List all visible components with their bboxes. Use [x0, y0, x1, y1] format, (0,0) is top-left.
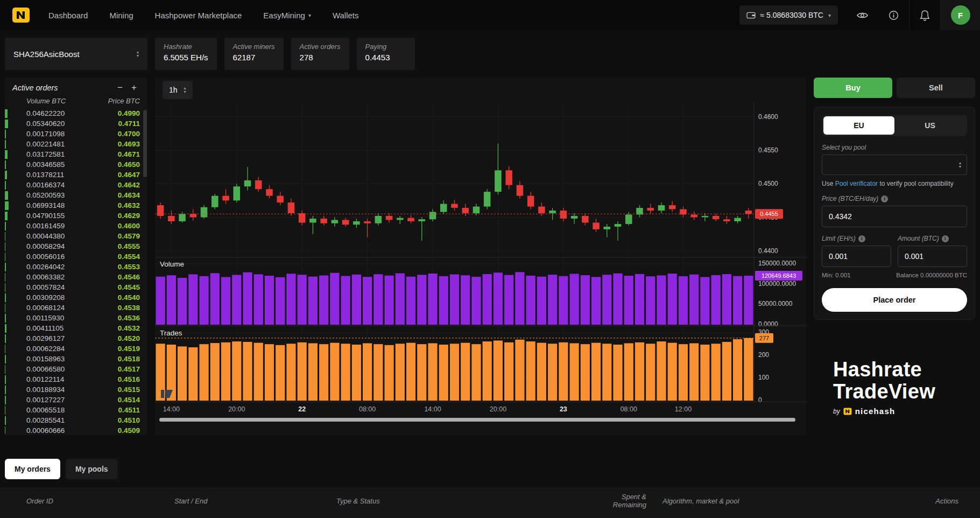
last-volume-tag: 120649.6843 [755, 271, 802, 281]
order-row[interactable]: 0.013782110.4647 [5, 170, 147, 180]
order-row[interactable]: 0.001221140.4516 [5, 374, 147, 384]
order-row[interactable]: 0.003092080.4540 [5, 292, 147, 303]
order-row[interactable]: 0.002855410.4510 [5, 415, 147, 425]
algorithm-select[interactable]: SHA256AsicBoost ▴▾ [5, 38, 147, 70]
nicehash-logo[interactable] [12, 7, 30, 23]
order-row[interactable]: 0.004111050.4532 [5, 323, 147, 333]
brand-by-text: by [833, 408, 840, 415]
order-row[interactable]: 0.047901550.4629 [5, 211, 147, 221]
depth-bar [5, 140, 6, 149]
order-row[interactable]: 0.000633820.4546 [5, 272, 147, 282]
place-order-button[interactable]: Place order [822, 288, 967, 312]
pool-select-label: Select you pool [822, 144, 967, 151]
tab-my-orders[interactable]: My orders [5, 459, 60, 479]
bottom-tabs: My orders My pools [5, 459, 975, 479]
order-price: 0.4515 [118, 386, 140, 394]
region-tab-eu[interactable]: EU [823, 116, 894, 135]
order-row[interactable]: 0.001159300.4536 [5, 313, 147, 323]
timeframe-select[interactable]: 1h ▴▾ [163, 81, 193, 99]
nav-item-wallets[interactable]: Wallets [333, 11, 359, 20]
order-price: 0.4650 [118, 160, 140, 169]
account-menu[interactable]: F [940, 0, 980, 30]
privacy-eye-button[interactable] [847, 0, 878, 30]
order-row[interactable]: 0.001710980.4700 [5, 129, 147, 139]
order-row[interactable]: 0.001889340.4515 [5, 384, 147, 395]
last-trades-tag: 277 [755, 333, 773, 343]
active-orders-panel: Active orders − + Volume BTC Price BTC 0… [5, 78, 147, 435]
order-row[interactable]: 0.000582940.4555 [5, 241, 147, 251]
order-row[interactable]: 0.000622840.4519 [5, 344, 147, 354]
order-row[interactable]: 0.003465850.4650 [5, 159, 147, 170]
order-row[interactable]: 0.052005930.4634 [5, 190, 147, 200]
tab-my-pools[interactable]: My pools [66, 459, 118, 479]
nav-item-mining[interactable]: Mining [109, 11, 133, 20]
order-row[interactable]: 0.001589630.4518 [5, 354, 147, 364]
pool-verificator-link[interactable]: Pool verificator [835, 180, 878, 187]
svg-text:22: 22 [298, 405, 306, 413]
depth-bar [5, 365, 5, 374]
orders-panel-scrollbar[interactable] [143, 110, 147, 177]
limit-input[interactable] [822, 246, 891, 267]
order-row[interactable]: 0.001663740.4642 [5, 180, 147, 190]
volume-pane-label: Volume [160, 260, 184, 268]
order-row[interactable]: 0.031725810.4671 [5, 149, 147, 159]
order-row[interactable]: 0.002640420.4553 [5, 262, 147, 272]
order-price: 0.4517 [118, 365, 140, 373]
order-row[interactable]: 0.002214810.4693 [5, 139, 147, 149]
order-volume: 0.00221481 [21, 140, 118, 148]
zoom-in-button[interactable]: + [127, 82, 141, 93]
order-row[interactable]: 0.002961270.4520 [5, 333, 147, 344]
order-row[interactable]: 0.001272270.4514 [5, 395, 147, 405]
price-input[interactable] [822, 206, 967, 227]
order-price: 0.4532 [118, 324, 140, 332]
svg-text:12:00: 12:00 [675, 405, 692, 413]
zoom-out-button[interactable]: − [113, 82, 127, 93]
depth-bar [5, 212, 8, 220]
svg-text:20:00: 20:00 [490, 405, 506, 413]
amount-input[interactable] [898, 246, 967, 267]
order-row[interactable]: 0.000578240.4545 [5, 282, 147, 292]
order-row[interactable]: 0.000560160.4554 [5, 251, 147, 262]
depth-bar [5, 160, 6, 169]
nav-item-dashboard[interactable]: Dashboard [48, 11, 88, 20]
nav-item-hashpower-marketplace[interactable]: Hashpower Marketplace [155, 11, 242, 20]
region-tab-us[interactable]: US [894, 116, 965, 135]
info-icon[interactable]: i [858, 235, 865, 242]
brand-block: Hashrate TradeView by nicehash [814, 359, 975, 416]
order-row[interactable]: 0.000606660.4509 [5, 425, 147, 435]
order-price: 0.4579 [118, 232, 140, 240]
top-nav: Dashboard Mining Hashpower Marketplace E… [0, 0, 980, 30]
order-row[interactable]: 0.053406200.4711 [5, 118, 147, 129]
column-type-status: Type & Status [336, 497, 587, 505]
order-row[interactable]: 0.000443800.4579 [5, 231, 147, 241]
order-row[interactable]: 0.069931480.4632 [5, 200, 147, 211]
notifications-button[interactable] [909, 0, 940, 30]
order-row[interactable]: 0.001614590.4600 [5, 221, 147, 231]
depth-bar [5, 181, 6, 190]
order-row[interactable]: 0.046222200.4990 [5, 108, 147, 118]
info-icon[interactable]: i [881, 195, 888, 202]
pool-select[interactable]: ▴▾ [822, 155, 967, 175]
wallet-balance-chip[interactable]: ≈ 5.08683030 BTC ▾ [739, 5, 838, 25]
svg-text:0.4500: 0.4500 [758, 180, 778, 187]
nav-item-easymining[interactable]: EasyMining▾ [263, 11, 311, 20]
buy-tab[interactable]: Buy [814, 78, 892, 98]
depth-bar [5, 406, 5, 415]
depth-bar [5, 263, 6, 271]
order-price: 0.4554 [118, 253, 140, 261]
column-start-end: Start / End [174, 497, 336, 505]
order-row[interactable]: 0.000655180.4511 [5, 405, 147, 415]
chart-horizontal-scrollbar[interactable] [159, 418, 795, 422]
stat-value: 278 [300, 53, 341, 62]
sell-tab[interactable]: Sell [897, 78, 975, 98]
order-row[interactable]: 0.000681240.4538 [5, 303, 147, 313]
brand-line2: TradeView [833, 381, 975, 403]
order-volume: 0.00068124 [21, 304, 118, 312]
info-button[interactable] [878, 0, 909, 30]
order-row[interactable]: 0.000665800.4517 [5, 364, 147, 374]
order-volume: 0.00171098 [21, 130, 118, 138]
last-price-tag: 0.4455 [755, 209, 783, 219]
active-orders-columns: Volume BTC Price BTC [5, 95, 147, 108]
info-icon[interactable]: i [942, 235, 949, 242]
price-volume-trades-chart[interactable]: 0.44000.44500.45000.45500.46000.00005000… [155, 102, 806, 416]
